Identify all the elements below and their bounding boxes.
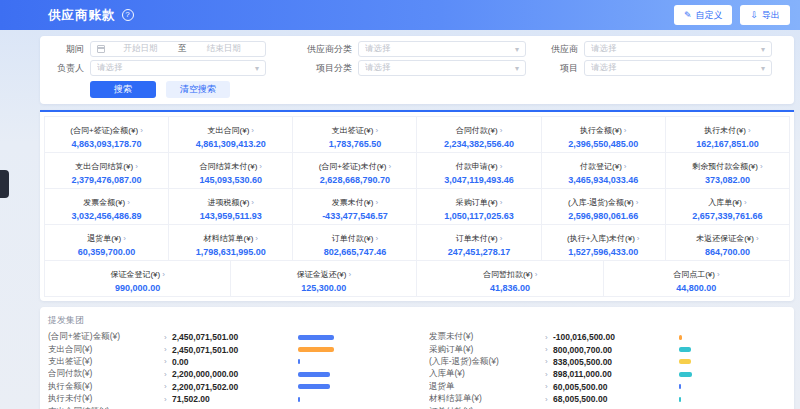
group-metric-row[interactable]: (合同+签证)金额(¥)›2,450,071,501.00 bbox=[48, 331, 405, 343]
group-metric-row[interactable]: 支出合同(¥)›2,450,071,501.00 bbox=[48, 343, 405, 355]
metric-tile[interactable]: 执行未付(¥)›162,167,851.00 bbox=[666, 117, 790, 153]
metric-value: 1,798,631,995.00 bbox=[170, 247, 291, 257]
row-bar bbox=[298, 347, 334, 352]
group-metric-row[interactable]: 合同付款(¥)›2,200,000,000.00 bbox=[48, 368, 405, 380]
supplier-category-select[interactable]: 请选择 ▾ bbox=[358, 41, 526, 57]
project-select[interactable]: 请选择 ▾ bbox=[584, 60, 772, 76]
chevron-right-icon: › bbox=[717, 270, 720, 279]
supplier-select[interactable]: 请选择 ▾ bbox=[584, 41, 772, 57]
metric-tile[interactable]: 进项税额(¥)›143,959,511.93 bbox=[169, 189, 293, 225]
metric-tile[interactable]: 支出合同结算(¥)›2,379,476,087.00 bbox=[45, 153, 169, 189]
row-bar-track bbox=[679, 372, 786, 377]
metric-label: 进项税额(¥) bbox=[208, 198, 250, 207]
help-icon[interactable]: ? bbox=[122, 9, 134, 21]
metric-label: (执行+入库)未付(¥) bbox=[567, 234, 635, 243]
group-metric-row[interactable]: 执行未付(¥)›71,502.00 bbox=[48, 393, 405, 405]
customize-button[interactable]: ✎ 自定义 bbox=[674, 5, 733, 25]
filter-row-2: 负责人 请选择 ▾ 项目分类 请选择 ▾ 项目 请选择 ▾ bbox=[44, 60, 786, 76]
metric-tile[interactable]: (执行+入库)未付(¥)›1,527,596,433.00 bbox=[542, 225, 666, 261]
row-value: 2,450,071,501.00 bbox=[172, 332, 298, 342]
chevron-right-icon: › bbox=[164, 395, 172, 404]
metric-tile[interactable]: 剩余预付款金额(¥)›373,082.00 bbox=[666, 153, 790, 189]
chevron-right-icon: › bbox=[251, 126, 254, 135]
row-label: 支出签证(¥) bbox=[48, 356, 164, 368]
chevron-right-icon: › bbox=[127, 198, 130, 207]
metric-tile[interactable]: 支出签证(¥)›1,783,765.50 bbox=[293, 117, 417, 153]
chevron-right-icon: › bbox=[500, 198, 503, 207]
project-category-select[interactable]: 请选择 ▾ bbox=[358, 60, 526, 76]
group-metric-row[interactable]: 入库单(¥)›898,011,000.00 bbox=[429, 368, 786, 380]
group-metric-row[interactable]: 支出签证(¥)›0.00 bbox=[48, 356, 405, 368]
side-drawer-handle[interactable] bbox=[0, 170, 9, 198]
metrics-panel: (合同+签证)金额(¥)›4,863,093,178.70 支出合同(¥)›4,… bbox=[40, 110, 794, 301]
metric-tile[interactable]: 订单付款(¥)›802,665,747.46 bbox=[293, 225, 417, 261]
chevron-down-icon: ▾ bbox=[515, 64, 519, 73]
group-metric-row[interactable]: 采购订单(¥)›800,000,700.00 bbox=[429, 343, 786, 355]
period-daterange-input[interactable]: 开始日期 至 结束日期 bbox=[90, 41, 266, 57]
chevron-down-icon: ▾ bbox=[761, 45, 765, 54]
search-button[interactable]: 搜索 bbox=[90, 81, 156, 98]
metric-tile[interactable]: 合同暂扣款(¥)›41,836.00 bbox=[417, 261, 603, 297]
row-bar-track bbox=[298, 384, 405, 389]
metric-tile[interactable]: 执行金额(¥)›2,396,550,485.00 bbox=[542, 117, 666, 153]
metric-tile[interactable]: (合同+签证)未付(¥)›2,628,668,790.70 bbox=[293, 153, 417, 189]
chevron-down-icon: ▾ bbox=[515, 45, 519, 54]
metric-tile[interactable]: (合同+签证)金额(¥)›4,863,093,178.70 bbox=[45, 117, 169, 153]
group-metric-row[interactable]: 订单付款(¥)›800,005,000.00 bbox=[429, 405, 786, 409]
metric-tile[interactable]: 保证金返还(¥)›125,300.00 bbox=[231, 261, 417, 297]
metric-label: 保证金返还(¥) bbox=[297, 270, 347, 279]
chevron-right-icon: › bbox=[255, 234, 258, 243]
row-bar bbox=[298, 384, 330, 389]
metric-value: 162,167,851.00 bbox=[667, 139, 788, 149]
chevron-right-icon: › bbox=[545, 382, 553, 391]
clear-search-button[interactable]: 清空搜索 bbox=[166, 81, 230, 98]
metric-label: 支出合同(¥) bbox=[208, 126, 250, 135]
metric-tile[interactable]: 发票金额(¥)›3,032,456,486.89 bbox=[45, 189, 169, 225]
metric-tile[interactable]: 退货单(¥)›60,359,700.00 bbox=[45, 225, 169, 261]
chevron-right-icon: › bbox=[624, 126, 627, 135]
metric-tile[interactable]: 未返还保证金(¥)›864,700.00 bbox=[666, 225, 790, 261]
row-bar-track bbox=[679, 384, 786, 389]
group-metric-row[interactable]: 支出合同结算(¥)›2,200,051,500.00 bbox=[48, 405, 405, 409]
chevron-right-icon: › bbox=[251, 198, 254, 207]
group-metric-row[interactable]: 执行金额(¥)›2,200,071,502.00 bbox=[48, 381, 405, 393]
chevron-right-icon: › bbox=[375, 234, 378, 243]
metric-tile[interactable]: 付款申请(¥)›3,047,119,493.46 bbox=[417, 153, 541, 189]
group-metric-row[interactable]: 材料结算单(¥)›68,005,500.00 bbox=[429, 393, 786, 405]
metric-tile[interactable]: 材料结算单(¥)›1,798,631,995.00 bbox=[169, 225, 293, 261]
owner-select[interactable]: 请选择 ▾ bbox=[90, 60, 266, 76]
daterange-separator: 至 bbox=[176, 43, 189, 55]
metric-value: 2,657,339,761.66 bbox=[667, 211, 788, 221]
metric-tile[interactable]: 合同点工(¥)›44,800.00 bbox=[604, 261, 790, 297]
metric-tile[interactable]: 保证金登记(¥)›990,000.00 bbox=[45, 261, 231, 297]
row-value: 838,005,500.00 bbox=[553, 357, 679, 367]
metric-tile[interactable]: 发票未付(¥)›-433,477,546.57 bbox=[293, 189, 417, 225]
metric-value: 1,050,117,025.63 bbox=[418, 211, 539, 221]
metric-label: 发票未付(¥) bbox=[332, 198, 374, 207]
metric-value: 3,047,119,493.46 bbox=[418, 175, 539, 185]
export-icon: ⇩ bbox=[750, 10, 758, 20]
export-button[interactable]: ⇩ 导出 bbox=[740, 5, 790, 25]
group-metric-row[interactable]: 退货单›60,005,500.00 bbox=[429, 381, 786, 393]
group-metric-row[interactable]: 发票未付(¥)›-100,016,500.00 bbox=[429, 331, 786, 343]
row-label: 执行金额(¥) bbox=[48, 381, 164, 393]
chevron-right-icon: › bbox=[348, 270, 351, 279]
metric-tile[interactable]: 入库单(¥)›2,657,339,761.66 bbox=[666, 189, 790, 225]
group-metric-row[interactable]: (入库-退货)金额(¥)›838,005,500.00 bbox=[429, 356, 786, 368]
row-bar-track bbox=[298, 335, 405, 340]
metric-label: 入库单(¥) bbox=[708, 198, 742, 207]
metric-tile[interactable]: 采购订单(¥)›1,050,117,025.63 bbox=[417, 189, 541, 225]
metric-label: 材料结算单(¥) bbox=[204, 234, 254, 243]
metric-tile[interactable]: 支出合同(¥)›4,861,309,413.20 bbox=[169, 117, 293, 153]
metric-tile[interactable]: 订单未付(¥)›247,451,278.17 bbox=[417, 225, 541, 261]
metric-tile[interactable]: 合同付款(¥)›2,234,382,556.40 bbox=[417, 117, 541, 153]
supplier-label: 供应商 bbox=[538, 43, 584, 56]
metric-tile[interactable]: 付款登记(¥)›3,465,934,033.46 bbox=[542, 153, 666, 189]
metric-tile[interactable]: (入库-退货)金额(¥)›2,596,980,061.66 bbox=[542, 189, 666, 225]
row-label: 支出合同结算(¥) bbox=[48, 406, 164, 409]
row-value: 2,200,000,000.00 bbox=[172, 369, 298, 379]
row-value: 898,011,000.00 bbox=[553, 369, 679, 379]
customize-button-label: 自定义 bbox=[695, 9, 722, 22]
metric-tile[interactable]: 合同结算未付(¥)›145,093,530.60 bbox=[169, 153, 293, 189]
chevron-down-icon: ▾ bbox=[255, 64, 259, 73]
